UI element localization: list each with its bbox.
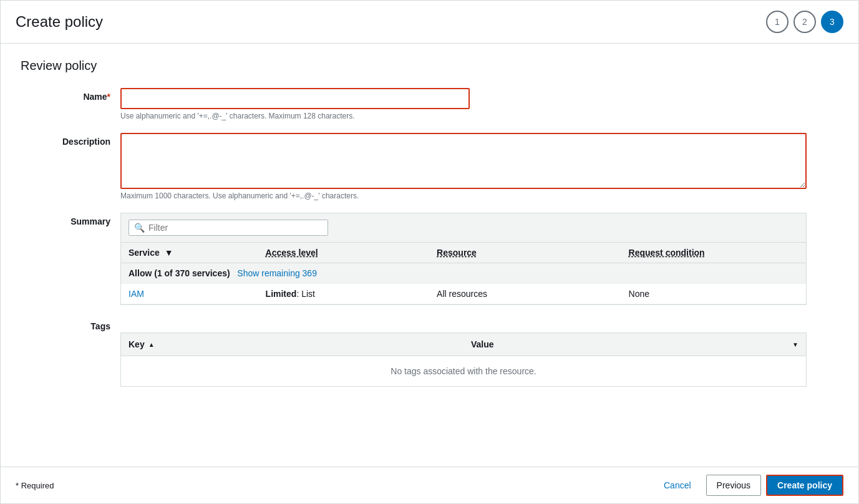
summary-table-header-row: Service ▼ Access level Resource: [121, 243, 806, 263]
col-header-access-level[interactable]: Access level: [258, 243, 430, 263]
description-textarea[interactable]: [120, 133, 807, 189]
footer-buttons: Cancel Previous Create policy: [654, 475, 843, 496]
name-control-wrapper: Use alphanumeric and '+=,.@-_' character…: [120, 88, 838, 120]
tags-control-wrapper: Key ▲ Value ▼: [120, 317, 838, 387]
page-header: Create policy 1 2 3: [1, 1, 858, 44]
name-required-star: *: [107, 92, 110, 102]
key-sort-asc-icon: ▲: [148, 341, 155, 348]
col-header-resource[interactable]: Resource: [429, 243, 621, 263]
table-row: IAM Limited: List All resources None: [121, 284, 806, 304]
create-policy-button[interactable]: Create policy: [766, 475, 843, 496]
col-header-value[interactable]: Value ▼: [463, 333, 806, 356]
step-1-circle[interactable]: 1: [766, 11, 789, 33]
tags-wrapper: Key ▲ Value ▼: [120, 332, 807, 387]
search-icon: 🔍: [134, 223, 145, 233]
page-footer: * Required Cancel Previous Create policy: [1, 467, 858, 503]
allow-text: Allow (1 of 370 services): [129, 268, 230, 278]
condition-cell: None: [621, 284, 806, 304]
summary-wrapper: 🔍 Service ▼: [120, 213, 807, 305]
description-hint: Maximum 1000 characters. Use alphanumeri…: [120, 191, 838, 200]
summary-control-wrapper: 🔍 Service ▼: [120, 213, 838, 305]
summary-label: Summary: [21, 213, 120, 226]
access-level-cell: Limited: List: [258, 284, 430, 304]
access-level-bold: Limited: [266, 289, 297, 299]
description-form-row: Description Maximum 1000 characters. Use…: [21, 133, 838, 200]
tags-no-data-text: No tags associated with the resource.: [121, 356, 806, 387]
review-policy-title: Review policy: [21, 59, 838, 73]
summary-table: Service ▼ Access level Resource: [121, 242, 806, 304]
page-title: Create policy: [16, 13, 103, 31]
col-header-service[interactable]: Service ▼: [121, 243, 258, 263]
col-header-request-condition[interactable]: Request condition: [621, 243, 806, 263]
filter-input-wrapper: 🔍: [129, 220, 328, 236]
col-header-key[interactable]: Key ▲: [121, 333, 463, 356]
name-label: Name*: [21, 88, 120, 102]
iam-link[interactable]: IAM: [129, 289, 144, 299]
access-level-rest: : List: [296, 289, 315, 299]
show-remaining-link[interactable]: Show remaining 369: [237, 268, 317, 278]
description-control-wrapper: Maximum 1000 characters. Use alphanumeri…: [120, 133, 838, 200]
filter-input[interactable]: [148, 223, 323, 233]
value-sort-desc-icon: ▼: [792, 341, 798, 348]
name-form-row: Name* Use alphanumeric and '+=,.@-_' cha…: [21, 88, 838, 120]
name-input[interactable]: [120, 88, 470, 109]
description-label: Description: [21, 133, 120, 147]
tags-form-row: Tags Key ▲: [21, 317, 838, 387]
service-cell: IAM: [121, 284, 258, 304]
step-3-circle[interactable]: 3: [821, 11, 843, 33]
filter-row: 🔍: [121, 213, 806, 242]
tags-label: Tags: [21, 317, 120, 331]
tags-table: Key ▲ Value ▼: [121, 333, 806, 386]
content-area: Review policy Name* Use alphanumeric and…: [1, 44, 858, 467]
resource-cell: All resources: [429, 284, 621, 304]
tags-no-data-row: No tags associated with the resource.: [121, 356, 806, 387]
required-note: * Required: [16, 481, 54, 490]
step-2-circle[interactable]: 2: [793, 11, 816, 33]
name-hint: Use alphanumeric and '+=,.@-_' character…: [120, 112, 838, 120]
allow-row: Allow (1 of 370 services) Show remaining…: [121, 263, 806, 284]
previous-button[interactable]: Previous: [706, 475, 761, 496]
service-sort-icon: ▼: [165, 248, 173, 258]
step-indicators: 1 2 3: [766, 11, 843, 33]
summary-form-row: Summary 🔍: [21, 213, 838, 305]
cancel-button[interactable]: Cancel: [654, 475, 701, 496]
tags-header-row: Key ▲ Value ▼: [121, 333, 806, 356]
